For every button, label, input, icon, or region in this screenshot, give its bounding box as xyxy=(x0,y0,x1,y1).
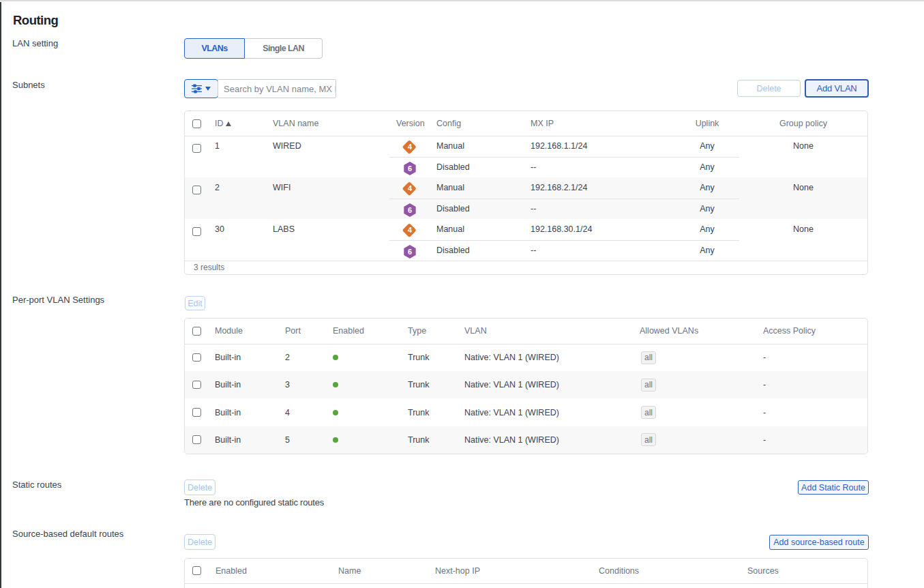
svg-text:6: 6 xyxy=(408,164,412,173)
svg-text:6: 6 xyxy=(408,248,412,256)
svg-text:6: 6 xyxy=(408,206,412,214)
